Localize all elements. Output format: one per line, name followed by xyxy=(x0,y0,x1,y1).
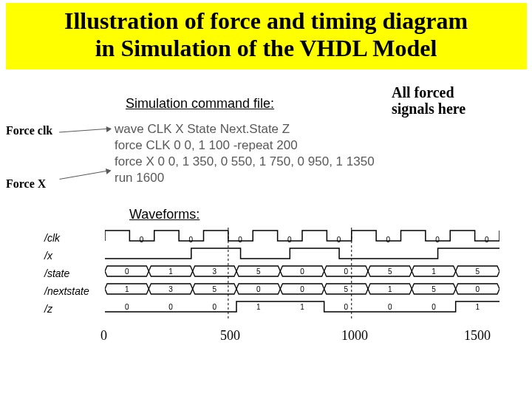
sim-cmd-heading: Simulation command file: xyxy=(126,96,274,112)
svg-text:5: 5 xyxy=(432,285,436,293)
svg-text:0: 0 xyxy=(300,285,304,293)
svg-text:0: 0 xyxy=(238,236,242,244)
cmd-line: force X 0 0, 1 350, 0 550, 1 750, 0 950,… xyxy=(115,154,375,170)
waveforms-heading: Waveforms: xyxy=(129,207,200,222)
title-line-1: Illustration of force and timing diagram xyxy=(64,7,468,34)
svg-text:1: 1 xyxy=(125,285,129,293)
arrow-icon xyxy=(59,129,111,133)
signal-label-nextstate: /nextstate xyxy=(44,285,89,297)
title-line-2: in Simulation of the VHDL Model xyxy=(95,35,437,61)
slide: Illustration of force and timing diagram… xyxy=(0,3,532,399)
axis-tick: 500 xyxy=(220,328,240,344)
svg-text:0: 0 xyxy=(344,267,349,276)
svg-text:5: 5 xyxy=(344,285,349,293)
svg-text:0: 0 xyxy=(256,285,261,293)
cmd-line: run 1600 xyxy=(115,170,375,186)
waveform-svg: 00000000013500515135005150000110001 xyxy=(105,228,499,324)
signal-label-z: /z xyxy=(44,303,52,315)
axis-tick: 0 xyxy=(100,328,107,344)
svg-text:0: 0 xyxy=(388,303,392,311)
axis-tick: 1000 xyxy=(341,328,368,344)
svg-text:0: 0 xyxy=(140,236,144,244)
signal-label-state: /state xyxy=(44,267,69,279)
svg-text:5: 5 xyxy=(213,285,217,293)
arrow-icon xyxy=(59,170,110,180)
svg-text:5: 5 xyxy=(256,267,261,276)
svg-text:1: 1 xyxy=(388,285,392,293)
page-title: Illustration of force and timing diagram… xyxy=(6,3,527,69)
svg-text:0: 0 xyxy=(344,303,349,311)
svg-text:0: 0 xyxy=(300,267,304,276)
svg-text:0: 0 xyxy=(386,236,390,244)
label-force-x: Force X xyxy=(6,177,46,191)
svg-text:3: 3 xyxy=(213,267,217,276)
svg-text:0: 0 xyxy=(125,303,129,311)
svg-text:0: 0 xyxy=(168,303,173,311)
signal-label-clk: /clk xyxy=(44,232,60,244)
svg-text:0: 0 xyxy=(213,303,217,311)
svg-text:0: 0 xyxy=(435,236,440,244)
svg-text:1: 1 xyxy=(300,303,304,311)
svg-text:0: 0 xyxy=(188,236,193,244)
svg-text:1: 1 xyxy=(432,267,436,276)
svg-text:1: 1 xyxy=(256,303,261,311)
svg-text:0: 0 xyxy=(432,303,436,311)
svg-text:0: 0 xyxy=(337,236,341,244)
signal-label-x: /x xyxy=(44,250,52,262)
svg-text:0: 0 xyxy=(125,267,129,276)
label-force-clk: Force clk xyxy=(6,124,52,137)
axis-tick: 1500 xyxy=(464,328,491,344)
svg-text:5: 5 xyxy=(476,267,480,276)
cmd-line: force CLK 0 0, 1 100 -repeat 200 xyxy=(115,137,375,154)
all-forced-line1: All forced xyxy=(392,84,454,100)
svg-text:5: 5 xyxy=(388,267,392,276)
svg-text:1: 1 xyxy=(476,303,480,311)
all-forced-note: All forced signals here xyxy=(392,84,466,117)
all-forced-line2: signals here xyxy=(392,100,466,117)
command-file-text: wave CLK X State Next.State Z force CLK … xyxy=(115,121,375,186)
svg-text:0: 0 xyxy=(485,236,489,244)
svg-text:0: 0 xyxy=(476,285,480,293)
cmd-line: wave CLK X State Next.State Z xyxy=(115,121,375,137)
svg-text:1: 1 xyxy=(168,267,173,276)
svg-text:3: 3 xyxy=(168,285,173,293)
svg-text:0: 0 xyxy=(287,236,292,244)
